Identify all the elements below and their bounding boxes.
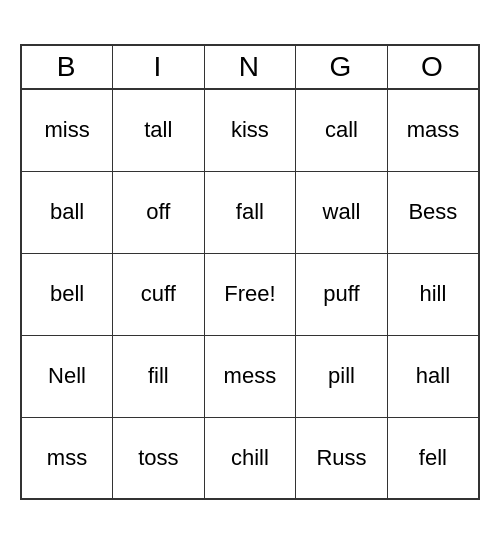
bingo-cell-3-3: pill [296,335,388,417]
bingo-cell-2-3: puff [296,253,388,335]
bingo-cell-4-3: Russ [296,417,388,499]
bingo-cell-1-0: ball [21,171,113,253]
bingo-row-0: misstallkisscallmass [21,89,479,171]
bingo-cell-2-0: bell [21,253,113,335]
bingo-cell-4-4: fell [387,417,479,499]
bingo-row-2: bellcuffFree!puffhill [21,253,479,335]
bingo-cell-0-4: mass [387,89,479,171]
bingo-cell-4-0: mss [21,417,113,499]
bingo-cell-4-1: toss [113,417,205,499]
bingo-cell-3-4: hall [387,335,479,417]
bingo-cell-3-1: fill [113,335,205,417]
bingo-cell-0-0: miss [21,89,113,171]
bingo-cell-0-2: kiss [204,89,296,171]
bingo-cell-1-3: wall [296,171,388,253]
header-cell-o: O [387,45,479,89]
bingo-cell-2-4: hill [387,253,479,335]
bingo-cell-0-1: tall [113,89,205,171]
bingo-cell-3-2: mess [204,335,296,417]
header-cell-g: G [296,45,388,89]
header-row: BINGO [21,45,479,89]
bingo-cell-2-2: Free! [204,253,296,335]
header-cell-n: N [204,45,296,89]
bingo-row-3: Nellfillmesspillhall [21,335,479,417]
bingo-cell-1-1: off [113,171,205,253]
header-cell-i: I [113,45,205,89]
bingo-cell-1-4: Bess [387,171,479,253]
bingo-card: BINGO misstallkisscallmassballofffallwal… [20,44,480,500]
bingo-cell-0-3: call [296,89,388,171]
bingo-cell-3-0: Nell [21,335,113,417]
bingo-cell-4-2: chill [204,417,296,499]
bingo-cell-1-2: fall [204,171,296,253]
bingo-cell-2-1: cuff [113,253,205,335]
header-cell-b: B [21,45,113,89]
bingo-row-4: msstosschillRussfell [21,417,479,499]
bingo-row-1: ballofffallwallBess [21,171,479,253]
